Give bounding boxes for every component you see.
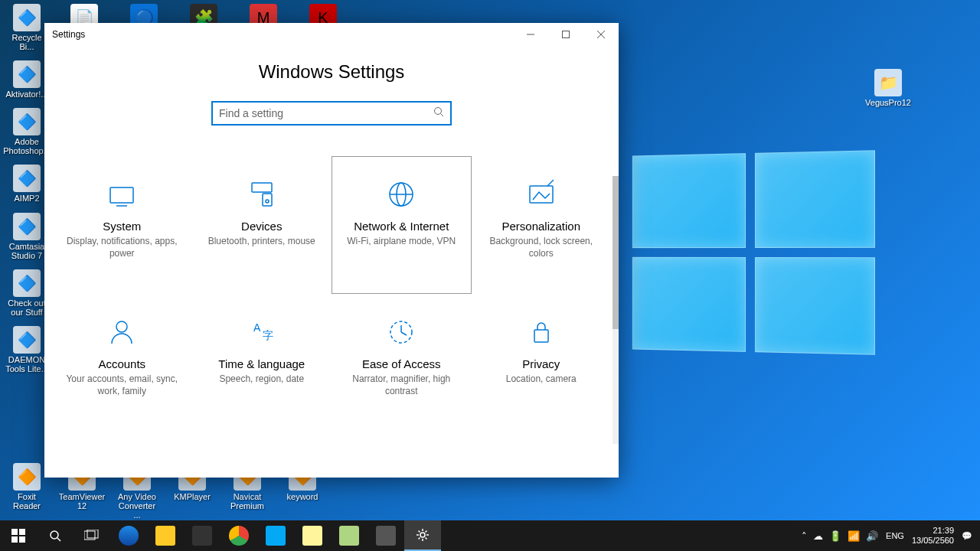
start-button[interactable] xyxy=(0,520,37,551)
settings-tile-devices[interactable]: Devices Bluetooth, printers, mouse xyxy=(192,156,332,294)
onedrive-icon[interactable]: ☁ xyxy=(813,530,823,542)
taskbar-app[interactable] xyxy=(331,520,368,551)
svg-rect-24 xyxy=(19,529,25,535)
search-taskbar-button[interactable] xyxy=(37,520,74,551)
gear-icon xyxy=(415,527,430,543)
scroll-thumb[interactable] xyxy=(612,176,619,329)
desktop-icon[interactable]: 🔷Check out our Stuff xyxy=(4,269,50,317)
desktop-icon[interactable]: 🔷AIMP2 xyxy=(4,165,50,203)
wifi-icon[interactable]: 📶 xyxy=(848,530,860,542)
search-input[interactable] xyxy=(219,107,433,119)
tray-icons[interactable]: ˄ ☁ 🔋 📶 🔊 xyxy=(802,530,878,542)
settings-tile-accounts[interactable]: Accounts Your accounts, email, sync, wor… xyxy=(52,294,192,432)
svg-rect-6 xyxy=(110,187,133,203)
minimize-button[interactable] xyxy=(513,23,548,46)
taskbar-app-explorer[interactable] xyxy=(147,520,184,551)
page-title: Windows Settings xyxy=(259,61,405,83)
tile-desc: Your accounts, email, sync, work, family xyxy=(62,373,182,397)
volume-icon[interactable]: 🔊 xyxy=(866,530,878,542)
app-icon: 🔷 xyxy=(13,269,41,297)
desktop-icon[interactable]: 🔷Recycle Bi... xyxy=(4,4,50,51)
tile-title: Network & Internet xyxy=(354,220,449,233)
taskbar-app[interactable] xyxy=(368,520,404,551)
taskbar-app-settings[interactable] xyxy=(404,520,441,551)
settings-window: Settings Windows Settings System Displa xyxy=(44,23,619,478)
desktop-icon-label: AIMP2 xyxy=(14,194,39,203)
app-icon: 🔷 xyxy=(13,4,41,31)
desktop-icon[interactable]: 🔷Aktivator!... xyxy=(4,60,50,99)
tile-title: Time & language xyxy=(218,357,305,370)
desktop-icon-label: VegusPro12 xyxy=(865,98,911,107)
settings-tile-ease-of-access[interactable]: Ease of Access Narrator, magnifier, high… xyxy=(332,294,472,432)
desktop-icon-veguspro[interactable]: 📁 VegusPro12 xyxy=(865,69,911,107)
desktop-icon-label: Aktivator!... xyxy=(5,90,47,99)
devices-icon xyxy=(246,178,278,210)
task-view-icon xyxy=(84,530,100,542)
settings-tile-time-language[interactable]: A字 Time & language Speech, region, date xyxy=(192,294,332,432)
svg-line-21 xyxy=(401,332,407,335)
close-button[interactable] xyxy=(583,23,619,46)
taskbar-app-edge[interactable] xyxy=(110,520,147,551)
close-icon xyxy=(597,31,605,38)
desktop-icon-label: TeamViewer 12 xyxy=(59,492,105,510)
app-icon: 🔷 xyxy=(13,60,41,88)
maximize-button[interactable] xyxy=(548,23,583,46)
window-title: Settings xyxy=(52,29,85,40)
scrollbar[interactable] xyxy=(612,176,619,444)
search-box[interactable] xyxy=(211,101,452,126)
svg-point-10 xyxy=(266,200,269,203)
settings-tile-network-internet[interactable]: Network & Internet Wi-Fi, airplane mode,… xyxy=(332,156,472,294)
desktop-icon-label: Recycle Bi... xyxy=(4,33,50,51)
windows-icon xyxy=(11,529,25,543)
tile-title: System xyxy=(103,220,141,233)
clock-time: 21:39 xyxy=(912,526,954,536)
desktop-icon-label: DAEMON Tools Lite... xyxy=(4,355,50,373)
minimize-icon xyxy=(527,31,534,38)
search-icon xyxy=(48,529,62,543)
svg-point-4 xyxy=(435,108,442,115)
tile-title: Personalization xyxy=(501,220,580,233)
taskbar-clock[interactable]: 21:39 13/05/2560 xyxy=(912,526,954,546)
taskbar-app[interactable] xyxy=(294,520,331,551)
tile-desc: Location, camera xyxy=(506,373,577,386)
notifications-icon[interactable]: 💬 xyxy=(962,531,972,541)
task-view-button[interactable] xyxy=(74,520,110,551)
desktop-icon[interactable]: 🔷DAEMON Tools Lite... xyxy=(4,326,50,373)
desktop-icon-label: Adobe Photoshop... xyxy=(3,137,51,155)
svg-line-15 xyxy=(547,180,554,186)
language-indicator[interactable]: ENG xyxy=(886,531,904,540)
svg-rect-23 xyxy=(11,529,18,535)
app-icon: 🔷 xyxy=(13,326,41,354)
titlebar[interactable]: Settings xyxy=(44,23,619,46)
desktop-icon[interactable]: 🔷Adobe Photoshop... xyxy=(4,108,50,155)
tile-desc: Background, lock screen, colors xyxy=(482,236,602,259)
desktop-icon[interactable]: 🔶Foxit Reader xyxy=(4,463,50,520)
battery-icon[interactable]: 🔋 xyxy=(829,530,841,542)
app-icon: 🔷 xyxy=(13,213,41,240)
settings-tile-privacy[interactable]: Privacy Location, camera xyxy=(472,294,612,432)
svg-point-16 xyxy=(116,321,127,332)
desktop-icon[interactable]: 🔷Camtasia Studio 7 xyxy=(4,213,50,260)
svg-point-27 xyxy=(51,531,58,539)
globe-icon xyxy=(385,178,417,210)
desktop-icon-label: keyword xyxy=(287,492,318,501)
svg-rect-1 xyxy=(563,31,570,38)
settings-tile-system[interactable]: System Display, notifications, apps, pow… xyxy=(52,156,192,294)
ease-of-access-icon xyxy=(385,316,417,348)
svg-line-5 xyxy=(441,114,444,117)
tile-desc: Wi-Fi, airplane mode, VPN xyxy=(347,236,456,248)
taskbar-app[interactable] xyxy=(257,520,294,551)
settings-tile-personalization[interactable]: Personalization Background, lock screen,… xyxy=(472,156,612,294)
search-icon xyxy=(433,106,444,120)
taskbar-app-store[interactable] xyxy=(184,520,220,551)
language-icon: A字 xyxy=(246,316,278,348)
desktop-icon-label: KMPlayer xyxy=(174,492,211,501)
tile-title: Accounts xyxy=(98,357,145,370)
app-icon: 🔷 xyxy=(13,165,41,192)
chevron-up-icon[interactable]: ˄ xyxy=(802,530,807,542)
taskbar-app-chrome[interactable] xyxy=(220,520,257,551)
desktop-icon-label: Foxit Reader xyxy=(4,492,50,510)
person-icon xyxy=(106,316,138,348)
svg-text:字: 字 xyxy=(263,329,273,341)
app-icon: 🔶 xyxy=(13,463,41,491)
